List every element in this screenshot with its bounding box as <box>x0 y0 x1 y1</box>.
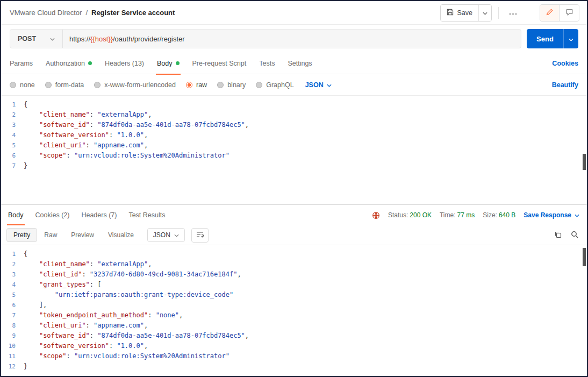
tab-pre-request-script[interactable]: Pre-request Script <box>186 53 253 74</box>
response-tabs: Body Cookies (2) Headers (7) Test Result… <box>2 205 171 225</box>
breadcrumb-request-name[interactable]: Register Service account <box>91 9 175 17</box>
request-url-bar: POST https://{{host}}/oauth/provider/reg… <box>1 25 587 53</box>
ellipsis-icon <box>509 9 517 17</box>
code-text: "client_uri": "appname.com", <box>24 321 148 331</box>
code-line: 11 "scope": "urn:vcloud:role:System%20Ad… <box>1 351 587 361</box>
postman-app-window: VMware Cloud Director / Register Service… <box>0 0 588 377</box>
code-line[interactable]: 5 "client_uri": "appname.com", <box>1 140 587 151</box>
save-response-button[interactable]: Save Response <box>524 211 579 219</box>
send-button[interactable]: Send <box>527 29 563 48</box>
radio-icon <box>94 82 101 88</box>
raw-language-selector[interactable]: JSON <box>305 81 332 89</box>
response-tab-cookies[interactable]: Cookies (2) <box>30 205 76 225</box>
code-line[interactable]: 2 "client_name": "externalApp", <box>1 110 587 120</box>
response-language-selector[interactable]: JSON <box>147 228 185 242</box>
save-icon <box>447 9 454 17</box>
tab-settings[interactable]: Settings <box>281 53 318 74</box>
code-text: "token_endpoint_auth_method": "none", <box>24 310 183 321</box>
code-line[interactable]: 7} <box>1 161 587 171</box>
body-type-raw[interactable]: raw <box>186 81 207 89</box>
code-line[interactable]: 1{ <box>1 99 587 110</box>
body-type-options: none form-data x-www-form-urlencoded raw… <box>10 81 332 89</box>
code-text: "client_id": "3237d740-6d80-49cd-9081-34… <box>24 269 241 280</box>
request-tabs: Params Authorization Headers (13) Body P… <box>3 53 319 74</box>
beautify-link[interactable]: Beautify <box>552 81 578 89</box>
url-input[interactable]: https://{{host}}/oauth/provider/register <box>63 30 521 48</box>
tab-tests[interactable]: Tests <box>253 53 281 74</box>
send-button-group: Send <box>527 29 578 48</box>
line-number: 2 <box>1 259 24 269</box>
code-line: 5 "urn:ietf:params:oauth:grant-type:devi… <box>1 290 587 300</box>
wrap-line-icon <box>196 230 204 240</box>
save-button-group: Save <box>440 4 492 22</box>
wrap-lines-button[interactable] <box>191 228 209 243</box>
code-text: "software_version": "1.0.0", <box>24 130 148 140</box>
line-number: 1 <box>1 249 24 259</box>
comment-button[interactable] <box>560 5 579 21</box>
line-number: 6 <box>1 300 24 310</box>
body-type-form-data[interactable]: form-data <box>45 81 84 89</box>
request-tabs-bar: Params Authorization Headers (13) Body P… <box>1 53 587 74</box>
view-tab-preview[interactable]: Preview <box>64 228 101 242</box>
method-selector[interactable]: POST <box>10 30 63 48</box>
response-tab-test-results[interactable]: Test Results <box>123 205 171 225</box>
scrollbar-thumb[interactable] <box>583 248 586 266</box>
radio-selected-icon <box>186 82 192 88</box>
save-button[interactable]: Save <box>441 5 479 21</box>
save-options-button[interactable] <box>478 5 491 21</box>
chevron-down-icon <box>50 35 55 42</box>
code-text: ], <box>24 300 47 310</box>
code-line[interactable]: 4 "software_version": "1.0.0", <box>1 130 587 140</box>
header-actions: Save <box>440 4 580 22</box>
scrollbar-thumb[interactable] <box>583 154 586 170</box>
code-text: "software_id": "874df0da-aa5e-401d-aa78-… <box>24 331 249 341</box>
tab-authorization[interactable]: Authorization <box>39 53 98 74</box>
more-options-button[interactable] <box>505 5 520 20</box>
code-text: "software_id": "874df0da-aa5e-401d-aa78-… <box>24 120 249 130</box>
body-type-binary[interactable]: binary <box>217 81 246 89</box>
body-type-none[interactable]: none <box>10 81 35 89</box>
copy-response-button[interactable] <box>554 231 562 240</box>
response-body-viewer: 1{2 "client_name": "externalApp",3 "clie… <box>1 245 587 376</box>
green-dot-icon <box>176 61 180 65</box>
response-header-bar: Body Cookies (2) Headers (7) Test Result… <box>1 205 587 225</box>
code-text: "client_name": "externalApp", <box>24 259 152 269</box>
code-text: "urn:ietf:params:oauth:grant-type:device… <box>24 290 233 300</box>
network-globe-icon[interactable] <box>372 211 380 219</box>
cookies-link[interactable]: Cookies <box>552 60 578 67</box>
code-line: 9 "software_id": "874df0da-aa5e-401d-aa7… <box>1 331 587 341</box>
radio-icon <box>256 82 262 88</box>
response-tab-headers[interactable]: Headers (7) <box>75 205 123 225</box>
search-response-button[interactable] <box>571 231 578 240</box>
tab-params[interactable]: Params <box>3 53 39 74</box>
response-tab-body[interactable]: Body <box>2 205 30 225</box>
body-type-graphql[interactable]: GraphQL <box>256 81 293 89</box>
breadcrumb-collection[interactable]: VMware Cloud Director <box>10 9 82 17</box>
line-number: 8 <box>1 321 24 331</box>
body-type-urlencoded[interactable]: x-www-form-urlencoded <box>94 81 176 89</box>
edit-request-button[interactable] <box>540 5 560 21</box>
view-tab-raw[interactable]: Raw <box>37 228 64 242</box>
body-type-bar: none form-data x-www-form-urlencoded raw… <box>1 74 587 96</box>
send-options-button[interactable] <box>563 29 578 48</box>
code-text: "scope": "urn:vcloud:role:System%20Admin… <box>24 151 230 161</box>
tab-body[interactable]: Body <box>150 53 186 74</box>
edit-comment-group <box>540 4 579 22</box>
code-line: 6 ], <box>1 300 587 310</box>
view-tab-pretty[interactable]: Pretty <box>6 228 37 242</box>
request-body-editor[interactable]: 1{2 "client_name": "externalApp",3 "soft… <box>1 96 587 205</box>
chevron-down-icon <box>174 231 179 239</box>
code-line: 4 "grant_types": [ <box>1 280 587 290</box>
request-header-bar: VMware Cloud Director / Register Service… <box>1 1 587 25</box>
pencil-icon <box>546 9 553 17</box>
code-line[interactable]: 6 "scope": "urn:vcloud:role:System%20Adm… <box>1 151 587 161</box>
code-line: 12} <box>1 361 587 372</box>
code-line[interactable]: 3 "software_id": "874df0da-aa5e-401d-aa7… <box>1 120 587 130</box>
code-text: "client_uri": "appname.com", <box>24 140 148 151</box>
view-tab-visualize[interactable]: Visualize <box>101 228 141 242</box>
method-label: POST <box>18 35 36 42</box>
tab-headers[interactable]: Headers (13) <box>98 53 150 74</box>
code-text: } <box>24 361 27 372</box>
breadcrumb-separator: / <box>85 9 88 17</box>
response-toolbar: Pretty Raw Preview Visualize JSON <box>1 225 587 245</box>
